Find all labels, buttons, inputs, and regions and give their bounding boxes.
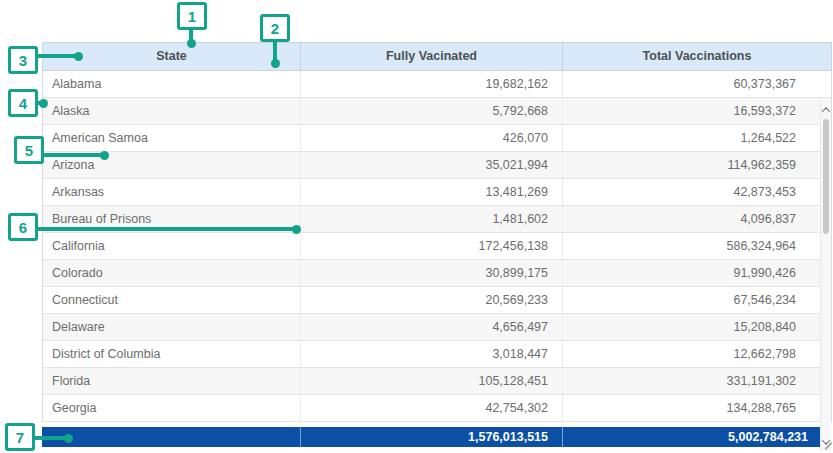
callout-5-connector bbox=[44, 153, 105, 157]
cell-total-vaccinations: 60,373,367 bbox=[563, 71, 810, 97]
cell-fully-vaccinated: 20,569,233 bbox=[301, 287, 563, 313]
cell-fully-vaccinated: 19,682,162 bbox=[301, 71, 563, 97]
cell-total-vaccinations: 91,990,426 bbox=[563, 260, 810, 286]
cell-total-vaccinations: 12,662,798 bbox=[563, 341, 810, 367]
cell-total-vaccinations: 331,191,302 bbox=[563, 368, 810, 394]
callout-6-connector bbox=[38, 227, 296, 231]
cell-total-vaccinations: 1,264,522 bbox=[563, 125, 810, 151]
table-row[interactable]: California172,456,138586,324,964 bbox=[43, 233, 831, 260]
cell-state: Alaska bbox=[43, 98, 301, 124]
cell-state: American Samoa bbox=[43, 125, 301, 151]
column-header-total-vaccinations[interactable]: Total Vaccinations bbox=[563, 43, 831, 70]
cell-state: California bbox=[43, 233, 301, 259]
cell-state: District of Columbia bbox=[43, 341, 301, 367]
scroll-up-button[interactable] bbox=[821, 102, 831, 117]
cell-fully-vaccinated: 4,656,497 bbox=[301, 314, 563, 340]
callout-2-marker: 2 bbox=[260, 14, 290, 42]
cell-fully-vaccinated: 13,481,269 bbox=[301, 179, 563, 205]
chevron-up-icon bbox=[822, 107, 830, 115]
cell-state: Colorado bbox=[43, 260, 301, 286]
cell-fully-vaccinated: 172,456,138 bbox=[301, 233, 563, 259]
attribute-table-widget: State Fully Vacinated Total Vaccinations… bbox=[42, 42, 832, 447]
cell-fully-vaccinated: 35,021,994 bbox=[301, 152, 563, 178]
callout-5-dot bbox=[100, 151, 109, 160]
table-row[interactable]: Alaska5,792,66816,593,372 bbox=[43, 98, 831, 125]
callout-4-marker: 4 bbox=[8, 89, 38, 117]
table-header-row: State Fully Vacinated Total Vaccinations bbox=[42, 42, 832, 71]
callout-2-dot bbox=[271, 59, 280, 68]
table-body: Alabama19,682,16260,373,367Alaska5,792,6… bbox=[42, 71, 832, 422]
summary-cell-state bbox=[42, 427, 301, 447]
callout-7-marker: 7 bbox=[5, 423, 35, 451]
callout-4-dot bbox=[39, 99, 48, 108]
callout-7-dot bbox=[64, 434, 73, 443]
scrollbar-thumb[interactable] bbox=[823, 119, 829, 234]
callout-6-dot bbox=[292, 225, 301, 234]
callout-3-marker: 3 bbox=[8, 46, 38, 74]
cell-fully-vaccinated: 5,792,668 bbox=[301, 98, 563, 124]
table-row[interactable]: District of Columbia3,018,44712,662,798 bbox=[43, 341, 831, 368]
cell-total-vaccinations: 114,962,359 bbox=[563, 152, 810, 178]
table-summary-row: 1,576,013,515 5,002,784,231 bbox=[42, 427, 822, 447]
table-row[interactable]: Florida105,128,451331,191,302 bbox=[43, 368, 831, 395]
cell-fully-vaccinated: 42,754,302 bbox=[301, 395, 563, 421]
vertical-scrollbar[interactable] bbox=[820, 100, 831, 451]
cell-fully-vaccinated: 30,899,175 bbox=[301, 260, 563, 286]
callout-3-connector bbox=[38, 54, 78, 58]
callout-1-marker: 1 bbox=[177, 2, 207, 30]
cell-fully-vaccinated: 426,070 bbox=[301, 125, 563, 151]
table-row[interactable]: Colorado30,899,17591,990,426 bbox=[43, 260, 831, 287]
callout-3-dot bbox=[74, 52, 83, 61]
cell-fully-vaccinated: 1,481,602 bbox=[301, 206, 563, 232]
cell-total-vaccinations: 15,208,840 bbox=[563, 314, 810, 340]
cell-state: Arkansas bbox=[43, 179, 301, 205]
cell-state: Alabama bbox=[43, 71, 301, 97]
table-row[interactable]: American Samoa426,0701,264,522 bbox=[43, 125, 831, 152]
table-row[interactable]: Arkansas13,481,26942,873,453 bbox=[43, 179, 831, 206]
cell-total-vaccinations: 16,593,372 bbox=[563, 98, 810, 124]
table-row[interactable]: Georgia42,754,302134,288,765 bbox=[43, 395, 831, 422]
summary-cell-fully-vaccinated: 1,576,013,515 bbox=[301, 427, 563, 447]
cell-state: Connecticut bbox=[43, 287, 301, 313]
table-row[interactable]: Arizona35,021,994114,962,359 bbox=[43, 152, 831, 179]
callout-6-marker: 6 bbox=[8, 213, 38, 241]
cell-state: Florida bbox=[43, 368, 301, 394]
cell-fully-vaccinated: 105,128,451 bbox=[301, 368, 563, 394]
cell-total-vaccinations: 586,324,964 bbox=[563, 233, 810, 259]
callout-1-dot bbox=[187, 39, 196, 48]
table-row[interactable]: Delaware4,656,49715,208,840 bbox=[43, 314, 831, 341]
column-header-fully-vaccinated[interactable]: Fully Vacinated bbox=[301, 43, 563, 70]
cell-total-vaccinations: 67,546,234 bbox=[563, 287, 810, 313]
table-row[interactable]: Alabama19,682,16260,373,367 bbox=[43, 71, 831, 98]
cell-total-vaccinations: 4,096,837 bbox=[563, 206, 810, 232]
cell-state: Delaware bbox=[43, 314, 301, 340]
callout-5-marker: 5 bbox=[14, 136, 44, 164]
summary-cell-total-vaccinations: 5,002,784,231 bbox=[563, 427, 822, 447]
cell-state: Georgia bbox=[43, 395, 301, 421]
cell-fully-vaccinated: 3,018,447 bbox=[301, 341, 563, 367]
cell-total-vaccinations: 42,873,453 bbox=[563, 179, 810, 205]
table-row[interactable]: Connecticut20,569,23367,546,234 bbox=[43, 287, 831, 314]
annotated-table-screenshot: State Fully Vacinated Total Vaccinations… bbox=[0, 0, 833, 453]
cell-total-vaccinations: 134,288,765 bbox=[563, 395, 810, 421]
